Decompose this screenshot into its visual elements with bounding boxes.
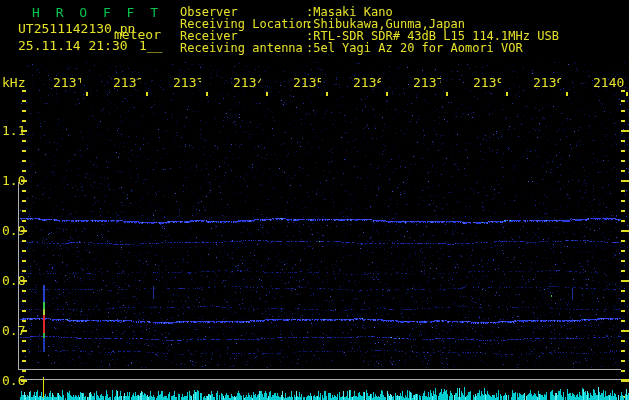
datetime-label: 25.11.14 21:30 xyxy=(18,39,128,52)
x-axis-label: 2140 xyxy=(593,76,629,89)
hrofft-window: H R O F F T UT2511142130.pn meteor 25.11… xyxy=(0,0,629,400)
y-axis-label: 1.0 xyxy=(2,174,25,187)
y-axis-label: 1.1 xyxy=(2,124,25,137)
x-axis-label: 2138 xyxy=(473,76,513,89)
y-axis-label: 0.6 xyxy=(2,374,25,387)
y-axis-label: 0.8 xyxy=(2,274,25,287)
y-axis-label: 0.7 xyxy=(2,324,25,337)
x-axis-label: 2134 xyxy=(233,76,273,89)
x-axis-label: 2135 xyxy=(293,76,333,89)
x-axis-label: 2133 xyxy=(173,76,213,89)
info-label: Receiving antenna xyxy=(180,42,303,54)
y-axis-label: 0.9 xyxy=(2,224,25,237)
x-axis-label: 2132 xyxy=(113,76,153,89)
echo-counter: 1__ xyxy=(139,39,162,52)
spectrogram-canvas xyxy=(0,0,629,400)
y-axis-unit: kHz xyxy=(2,76,25,89)
x-axis-label: 2136 xyxy=(353,76,393,89)
x-axis-label: 2137 xyxy=(413,76,453,89)
x-axis-label: 2131 xyxy=(53,76,93,89)
app-title: H R O F F T xyxy=(32,6,162,19)
info-value: :5el Yagi Az 20 for Aomori VOR xyxy=(306,42,523,54)
x-axis-label: 2139 xyxy=(533,76,573,89)
